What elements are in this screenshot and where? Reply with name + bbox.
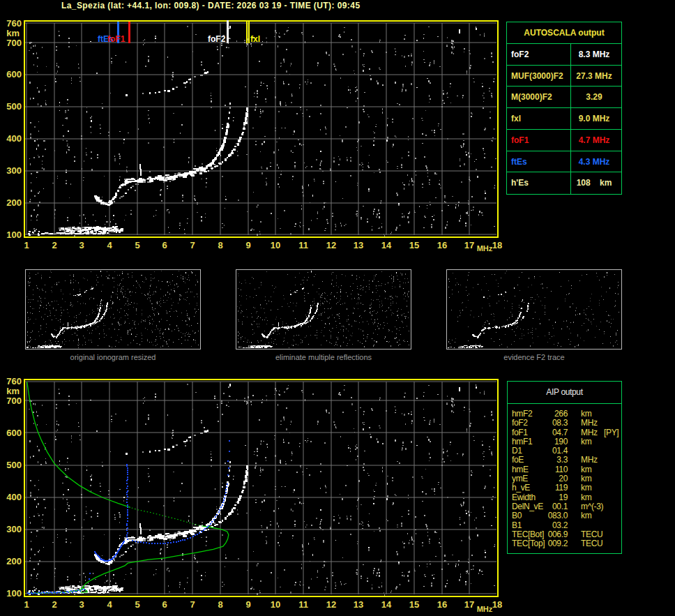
svg-text:9: 9 xyxy=(245,240,250,250)
svg-text:15: 15 xyxy=(409,240,419,250)
svg-text:760: 760 xyxy=(6,376,22,386)
svg-text:300: 300 xyxy=(6,524,22,534)
svg-text:200: 200 xyxy=(6,197,22,208)
svg-text:8: 8 xyxy=(218,240,222,250)
svg-text:5: 5 xyxy=(135,599,139,610)
svg-text:foF1: foF1 xyxy=(107,34,126,44)
svg-text:14: 14 xyxy=(381,599,392,610)
svg-text:16: 16 xyxy=(437,240,447,250)
svg-text:9: 9 xyxy=(245,599,250,610)
svg-text:18: 18 xyxy=(492,240,502,250)
svg-text:2: 2 xyxy=(52,240,56,250)
svg-text:700: 700 xyxy=(6,396,22,406)
svg-text:13: 13 xyxy=(354,240,363,250)
svg-text:15: 15 xyxy=(409,599,419,610)
svg-text:17: 17 xyxy=(464,599,474,610)
svg-text:100: 100 xyxy=(6,230,22,240)
svg-text:12: 12 xyxy=(326,599,336,610)
svg-text:MHz: MHz xyxy=(477,244,493,253)
svg-text:10: 10 xyxy=(271,599,280,610)
svg-text:11: 11 xyxy=(298,240,308,250)
svg-text:11: 11 xyxy=(298,599,308,610)
svg-text:13: 13 xyxy=(354,599,363,610)
svg-text:6: 6 xyxy=(162,240,167,250)
svg-text:6: 6 xyxy=(162,599,167,610)
svg-text:7: 7 xyxy=(190,240,195,250)
svg-text:18: 18 xyxy=(492,599,502,610)
svg-text:1: 1 xyxy=(24,240,29,250)
svg-text:100: 100 xyxy=(6,588,22,599)
svg-text:MHz: MHz xyxy=(477,605,493,613)
svg-text:400: 400 xyxy=(6,492,22,502)
svg-text:760: 760 xyxy=(6,18,22,29)
svg-text:fxl: fxl xyxy=(250,34,260,44)
svg-text:8: 8 xyxy=(218,599,222,610)
svg-text:2: 2 xyxy=(52,599,56,610)
svg-text:700: 700 xyxy=(6,38,22,48)
svg-text:km: km xyxy=(6,28,20,38)
svg-text:7: 7 xyxy=(190,599,195,610)
svg-text:4: 4 xyxy=(107,240,112,250)
svg-text:3: 3 xyxy=(79,240,84,250)
svg-text:17: 17 xyxy=(464,240,474,250)
svg-text:14: 14 xyxy=(381,240,392,250)
svg-text:200: 200 xyxy=(6,556,22,566)
svg-text:4: 4 xyxy=(107,599,112,610)
svg-text:400: 400 xyxy=(6,133,22,144)
svg-text:5: 5 xyxy=(135,240,139,250)
svg-text:foF2: foF2 xyxy=(208,34,226,44)
svg-text:300: 300 xyxy=(6,165,22,176)
svg-text:500: 500 xyxy=(6,101,22,112)
svg-text:10: 10 xyxy=(271,240,280,250)
svg-text:500: 500 xyxy=(6,460,22,470)
svg-text:600: 600 xyxy=(6,69,22,80)
svg-text:12: 12 xyxy=(326,240,336,250)
svg-text:km: km xyxy=(6,386,20,396)
svg-text:1: 1 xyxy=(24,599,29,610)
svg-text:16: 16 xyxy=(437,599,447,610)
svg-text:3: 3 xyxy=(79,599,84,610)
svg-text:600: 600 xyxy=(6,428,22,438)
